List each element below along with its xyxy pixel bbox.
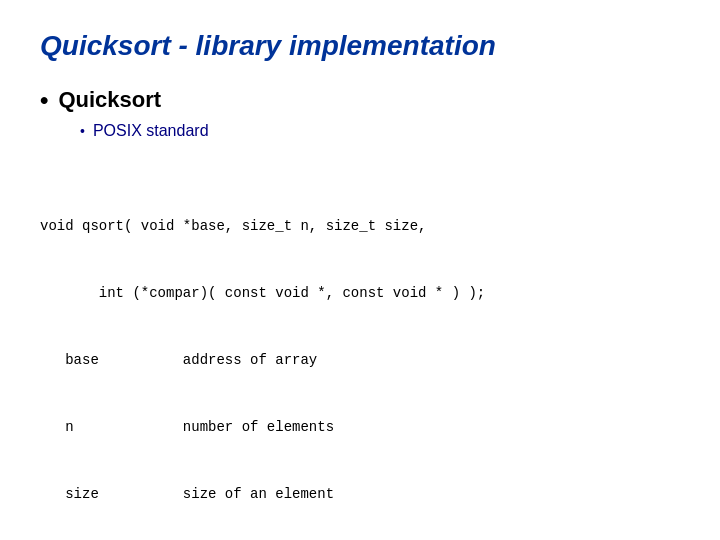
bullet-main-label: Quicksort [58, 87, 161, 113]
bullet-section: Quicksort POSIX standard [40, 86, 680, 140]
slide-title: Quicksort - library implementation [40, 30, 680, 62]
code-line-5: size size of an element [40, 483, 680, 505]
code-line-4: n number of elements [40, 416, 680, 438]
code-block: void qsort( void *base, size_t n, size_t… [40, 170, 680, 540]
bullet-sub-posix: POSIX standard [80, 122, 680, 140]
code-line-2: int (*compar)( const void *, const void … [40, 282, 680, 304]
bullet-sub-label: POSIX standard [93, 122, 209, 140]
code-line-3: base address of array [40, 349, 680, 371]
bullet-main-quicksort: Quicksort [40, 86, 680, 114]
slide: Quicksort - library implementation Quick… [0, 0, 720, 540]
code-line-1: void qsort( void *base, size_t n, size_t… [40, 215, 680, 237]
